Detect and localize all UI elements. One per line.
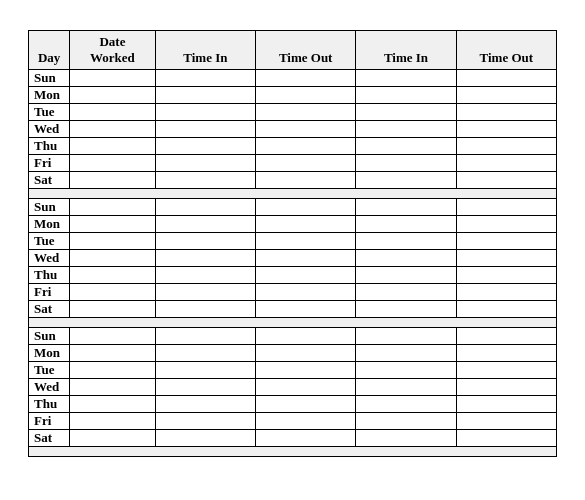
data-cell [256,345,356,362]
data-cell [356,396,456,413]
data-cell [456,155,556,172]
day-cell: Sun [29,328,70,345]
data-cell [256,362,356,379]
table-row: Sun [29,199,557,216]
data-cell [356,216,456,233]
week-spacer [29,318,557,328]
data-cell [70,138,156,155]
data-cell [356,104,456,121]
data-cell [155,284,255,301]
data-cell [155,172,255,189]
table-row: Sat [29,172,557,189]
day-cell: Tue [29,362,70,379]
data-cell [155,121,255,138]
data-cell [155,430,255,447]
data-cell [70,155,156,172]
data-cell [155,216,255,233]
table-row: Fri [29,413,557,430]
data-cell [70,328,156,345]
table-row: Tue [29,233,557,250]
day-cell: Wed [29,250,70,267]
day-cell: Sat [29,172,70,189]
table-row: Tue [29,362,557,379]
day-cell: Sat [29,301,70,318]
day-cell: Wed [29,121,70,138]
day-cell: Thu [29,396,70,413]
data-cell [155,233,255,250]
day-cell: Mon [29,87,70,104]
data-cell [155,155,255,172]
day-cell: Sun [29,199,70,216]
data-cell [256,70,356,87]
data-cell [456,362,556,379]
data-cell [256,121,356,138]
data-cell [356,362,456,379]
data-cell [70,362,156,379]
table-row: Wed [29,250,557,267]
data-cell [155,70,255,87]
day-cell: Sat [29,430,70,447]
day-cell: Mon [29,345,70,362]
data-cell [456,328,556,345]
data-cell [356,70,456,87]
data-cell [155,396,255,413]
data-cell [70,413,156,430]
data-cell [155,362,255,379]
data-cell [356,345,456,362]
data-cell [256,233,356,250]
data-cell [456,172,556,189]
day-cell: Thu [29,138,70,155]
data-cell [155,301,255,318]
data-cell [256,250,356,267]
data-cell [356,301,456,318]
data-cell [256,87,356,104]
data-cell [256,379,356,396]
data-cell [456,379,556,396]
data-cell [456,413,556,430]
data-cell [456,233,556,250]
data-cell [70,216,156,233]
data-cell [356,155,456,172]
header-day: Day [29,31,70,70]
table-row: Thu [29,138,557,155]
data-cell [456,301,556,318]
day-cell: Tue [29,233,70,250]
data-cell [456,70,556,87]
data-cell [155,267,255,284]
data-cell [356,379,456,396]
table-row: Thu [29,267,557,284]
table-row: Mon [29,216,557,233]
data-cell [456,250,556,267]
data-cell [155,328,255,345]
data-cell [356,267,456,284]
data-cell [356,233,456,250]
data-cell [456,216,556,233]
table-row: Sun [29,70,557,87]
data-cell [456,430,556,447]
table-row: Tue [29,104,557,121]
data-cell [256,104,356,121]
data-cell [155,250,255,267]
data-cell [456,138,556,155]
data-cell [70,121,156,138]
data-cell [356,87,456,104]
data-cell [456,87,556,104]
day-cell: Fri [29,155,70,172]
data-cell [456,284,556,301]
data-cell [356,328,456,345]
data-cell [155,345,255,362]
table-row: Wed [29,379,557,396]
data-cell [70,396,156,413]
data-cell [356,430,456,447]
table-body: SunMonTueWedThuFriSatSunMonTueWedThuFriS… [29,70,557,457]
data-cell [456,104,556,121]
day-cell: Thu [29,267,70,284]
day-cell: Fri [29,413,70,430]
data-cell [356,413,456,430]
header-time-in-2: Time In [356,31,456,70]
data-cell [70,430,156,447]
data-cell [155,104,255,121]
data-cell [356,172,456,189]
data-cell [70,345,156,362]
day-cell: Tue [29,104,70,121]
